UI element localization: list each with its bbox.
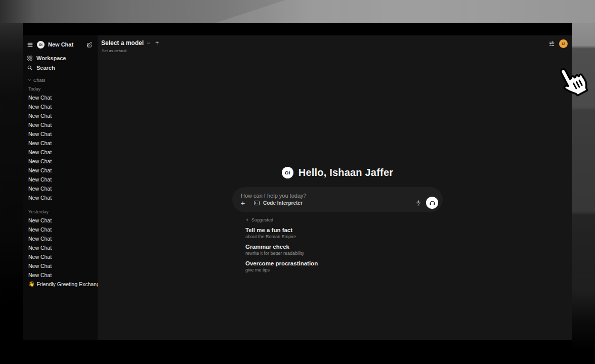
- hamburger-menu-icon[interactable]: [27, 41, 33, 48]
- background-right-strip: [572, 23, 595, 364]
- sidebar-item-search[interactable]: Search: [23, 63, 98, 72]
- greeting: OI Hello, Ishaan Jaffer: [232, 166, 443, 179]
- center-column: OI Hello, Ishaan Jaffer +: [232, 166, 443, 273]
- code-interpreter-label: Code Interpreter: [263, 200, 303, 206]
- chat-group-label: Today: [23, 85, 98, 93]
- model-selector-label: Select a model: [101, 39, 144, 47]
- chat-group-label: Yesterday: [23, 208, 98, 216]
- suggestion-subtitle: give me tips: [245, 267, 443, 273]
- chat-list-item[interactable]: New Chat: [23, 216, 98, 225]
- chevron-down-icon: [28, 78, 31, 82]
- chat-group: TodayNew ChatNew ChatNew ChatNew ChatNew…: [23, 85, 98, 202]
- suggestion-subtitle: rewrite it for better readability: [245, 251, 443, 256]
- voice-call-button[interactable]: [426, 197, 438, 209]
- app-logo: OI: [282, 167, 293, 178]
- suggestion-grammar-check[interactable]: Grammar check rewrite it for better read…: [245, 244, 443, 256]
- new-chat-pencil-icon[interactable]: [86, 41, 93, 48]
- headphones-icon: [429, 200, 436, 206]
- sidebar: OI New Chat: [23, 35, 98, 340]
- chevron-down-icon: [146, 41, 151, 46]
- sidebar-item-workspace[interactable]: Workspace: [23, 53, 98, 63]
- code-interpreter-toggle[interactable]: Code Interpreter: [253, 200, 303, 206]
- window-top-bar: [23, 23, 572, 35]
- chat-list-item[interactable]: New Chat: [23, 93, 98, 102]
- chat-list-item[interactable]: New Chat: [23, 261, 98, 270]
- chats-section-toggle[interactable]: Chats: [23, 77, 98, 83]
- chat-list-item[interactable]: New Chat: [23, 252, 98, 261]
- greeting-text: Hello, Ishaan Jaffer: [299, 167, 393, 178]
- screenshot-stage: OI New Chat: [0, 0, 595, 364]
- code-interpreter-terminal-icon: [253, 200, 260, 206]
- chat-list-item-friendly-greeting[interactable]: 👋 Friendly Greeting Exchange: [23, 280, 98, 289]
- suggested-label: Suggested: [251, 217, 273, 222]
- chat-group: YesterdayNew ChatNew ChatNew ChatNew Cha…: [23, 208, 98, 280]
- chat-list-item[interactable]: New Chat: [23, 225, 98, 234]
- set-as-default-link[interactable]: Set as default: [102, 49, 126, 53]
- background-left-strip: [0, 23, 23, 364]
- chats-section-label: Chats: [33, 78, 46, 83]
- message-input-box[interactable]: + Code Interpreter: [232, 187, 443, 212]
- suggestion-title: Grammar check: [245, 244, 443, 250]
- chat-list-item[interactable]: New Chat: [23, 102, 98, 111]
- wave-emoji: 👋: [28, 280, 34, 289]
- chat-list: TodayNew ChatNew ChatNew ChatNew ChatNew…: [23, 83, 98, 289]
- suggested-section: Suggested Tell me a fun fact about the R…: [232, 217, 443, 273]
- suggestion-fun-fact[interactable]: Tell me a fun fact about the Roman Empir…: [245, 227, 443, 240]
- suggestion-title: Overcome procrastination: [245, 260, 443, 267]
- sidebar-header: OI New Chat: [23, 38, 98, 51]
- suggested-header: Suggested: [245, 217, 443, 223]
- model-selector[interactable]: Select a model +: [101, 39, 159, 47]
- workspace-grid-icon: [27, 55, 33, 61]
- chat-title: Friendly Greeting Exchange: [36, 280, 98, 289]
- app-body: OI New Chat: [23, 35, 572, 340]
- chat-list-item[interactable]: New Chat: [23, 234, 98, 243]
- app-window: OI New Chat: [23, 23, 572, 340]
- topbar-right: IJ: [548, 39, 568, 48]
- attach-plus-button[interactable]: +: [239, 199, 247, 207]
- workspace-label: Workspace: [36, 55, 66, 61]
- sidebar-title: New Chat: [48, 41, 73, 48]
- suggestion-title: Tell me a fun fact: [245, 227, 443, 234]
- bolt-icon: [245, 218, 249, 222]
- chat-list-item[interactable]: New Chat: [23, 270, 98, 280]
- app-logo: OI: [37, 41, 45, 49]
- chat-list-item[interactable]: New Chat: [23, 111, 98, 120]
- chat-list-item[interactable]: New Chat: [23, 120, 98, 129]
- chat-list-item[interactable]: New Chat: [23, 129, 98, 139]
- chat-list-item[interactable]: New Chat: [23, 193, 98, 202]
- chat-list-item[interactable]: New Chat: [23, 166, 98, 175]
- add-model-button[interactable]: +: [155, 39, 159, 47]
- settings-sliders-icon[interactable]: [548, 40, 555, 47]
- chat-list-item[interactable]: New Chat: [23, 157, 98, 166]
- chat-list-item[interactable]: New Chat: [23, 184, 98, 193]
- chat-list-item[interactable]: New Chat: [23, 243, 98, 252]
- chat-groups: TodayNew ChatNew ChatNew ChatNew ChatNew…: [23, 85, 98, 280]
- main-area: Select a model + Set as default: [98, 35, 572, 340]
- microphone-icon[interactable]: [415, 200, 421, 206]
- chat-list-item[interactable]: New Chat: [23, 148, 98, 157]
- chat-list-item[interactable]: New Chat: [23, 175, 98, 184]
- suggestion-procrastination[interactable]: Overcome procrastination give me tips: [245, 260, 443, 273]
- chat-list-item[interactable]: New Chat: [23, 139, 98, 148]
- input-toolbar: + Code Interpreter: [239, 196, 438, 209]
- search-icon: [27, 65, 33, 71]
- sidebar-nav: Workspace Search: [23, 53, 98, 72]
- user-avatar[interactable]: IJ: [559, 39, 568, 48]
- suggestion-subtitle: about the Roman Empire: [245, 234, 443, 240]
- search-label: Search: [36, 65, 55, 71]
